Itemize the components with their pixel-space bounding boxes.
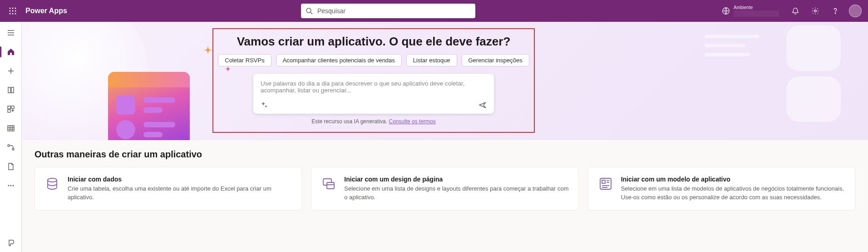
settings-icon[interactable] <box>806 2 824 20</box>
copilot-input[interactable] <box>261 80 487 97</box>
nav-learn-icon[interactable] <box>2 81 20 99</box>
chip-sales-leads[interactable]: Acompanhar clientes potenciais de vendas <box>276 54 402 66</box>
chip-inventory[interactable]: Listar estoque <box>406 54 457 66</box>
ai-terms-link[interactable]: Consulte os termos <box>389 118 435 125</box>
environment-label: Ambiente <box>734 5 779 10</box>
database-icon <box>44 176 60 192</box>
ai-disclaimer: Este recurso usa IA generativa. Consulte… <box>213 118 534 125</box>
app-title: Power Apps <box>25 7 67 15</box>
suggestion-chips: Coletar RSVPs Acompanhar clientes potenc… <box>213 54 534 66</box>
hero-squircle-decoration <box>786 76 841 122</box>
hero-squircle-decoration <box>786 25 841 71</box>
svg-point-31 <box>12 185 14 186</box>
card-title: Iniciar com um modelo de aplicativo <box>621 176 846 183</box>
ai-disclaimer-text: Este recurso usa IA generativa. <box>311 118 389 125</box>
environment-icon <box>722 7 730 15</box>
svg-line-10 <box>311 12 312 14</box>
svg-point-4 <box>12 10 14 12</box>
copilot-prompt-panel: Vamos criar um aplicativo. O que ele dev… <box>212 28 535 133</box>
card-desc: Crie uma tabela, escolha uma existente o… <box>68 185 292 202</box>
nav-create-icon[interactable] <box>2 62 20 80</box>
svg-point-13 <box>835 13 835 13</box>
svg-point-5 <box>15 10 16 12</box>
nav-apps-icon[interactable] <box>2 100 20 118</box>
chip-rsvps[interactable]: Coletar RSVPs <box>218 54 271 66</box>
section-title: Outras maneiras de criar um aplicativo <box>35 149 855 160</box>
app-launcher-icon[interactable] <box>4 2 22 20</box>
main-content: Vamos criar um aplicativo. O que ele dev… <box>22 22 868 252</box>
card-start-with-data[interactable]: Iniciar com dados Crie uma tabela, escol… <box>35 167 302 211</box>
nav-tables-icon[interactable] <box>2 119 20 137</box>
hero-bars-decoration <box>705 35 759 62</box>
nav-flows-icon[interactable] <box>2 138 20 156</box>
search-icon <box>306 7 313 15</box>
avatar-icon <box>849 5 862 17</box>
nav-home-icon[interactable] <box>2 43 20 61</box>
svg-point-3 <box>10 10 11 12</box>
search-input[interactable] <box>301 4 475 18</box>
send-icon[interactable] <box>478 101 487 109</box>
svg-rect-37 <box>602 180 605 183</box>
card-start-with-design[interactable]: Iniciar com um design de página Selecion… <box>311 167 578 211</box>
svg-rect-22 <box>8 126 14 131</box>
app-header: Power Apps Ambiente <box>0 0 868 22</box>
notepad-illustration <box>108 72 190 140</box>
account-avatar[interactable] <box>846 2 864 20</box>
svg-point-32 <box>48 178 57 182</box>
card-title: Iniciar com dados <box>68 176 292 183</box>
copilot-input-card <box>253 74 494 114</box>
nav-hamburger-icon[interactable] <box>2 24 20 42</box>
notifications-icon[interactable] <box>786 2 804 20</box>
other-ways-section: Outras maneiras de criar um aplicativo I… <box>22 140 868 220</box>
environment-name <box>734 10 779 17</box>
svg-point-28 <box>12 148 14 150</box>
svg-rect-34 <box>327 182 334 189</box>
template-icon <box>597 176 614 192</box>
environment-picker[interactable]: Ambiente <box>716 5 784 17</box>
card-desc: Selecione em uma lista de designs e layo… <box>344 185 569 202</box>
nav-solutions-icon[interactable] <box>2 157 20 176</box>
svg-rect-19 <box>8 106 10 109</box>
svg-point-12 <box>814 10 817 12</box>
nav-more-icon[interactable] <box>2 176 20 195</box>
svg-point-29 <box>8 185 9 186</box>
layout-icon <box>321 176 337 192</box>
svg-point-9 <box>306 8 311 13</box>
svg-point-7 <box>12 13 14 15</box>
svg-rect-21 <box>8 110 10 112</box>
svg-point-8 <box>15 13 16 15</box>
svg-point-6 <box>10 13 11 15</box>
svg-point-27 <box>8 145 10 146</box>
svg-rect-20 <box>11 106 14 109</box>
card-desc: Selecione em uma lista de modelos de apl… <box>621 185 846 202</box>
svg-point-0 <box>10 8 11 9</box>
header-right: Ambiente <box>716 2 864 20</box>
card-start-with-template[interactable]: Iniciar com um modelo de aplicativo Sele… <box>588 167 855 211</box>
card-title: Iniciar com um design de página <box>344 176 569 183</box>
svg-point-30 <box>10 185 11 186</box>
nav-powerplatform-icon[interactable] <box>2 234 20 252</box>
svg-point-1 <box>12 8 14 9</box>
help-icon[interactable] <box>826 2 844 20</box>
search-wrap <box>301 4 475 18</box>
left-nav <box>0 22 22 252</box>
hero-banner: Vamos criar um aplicativo. O que ele dev… <box>22 22 868 140</box>
sparkle-suggestions-icon[interactable] <box>261 101 268 109</box>
creation-cards: Iniciar com dados Crie uma tabela, escol… <box>35 167 855 211</box>
prompt-title: Vamos criar um aplicativo. O que ele dev… <box>213 35 534 49</box>
chip-inspections[interactable]: Gerenciar inspeções <box>462 54 529 66</box>
svg-point-2 <box>15 8 16 9</box>
